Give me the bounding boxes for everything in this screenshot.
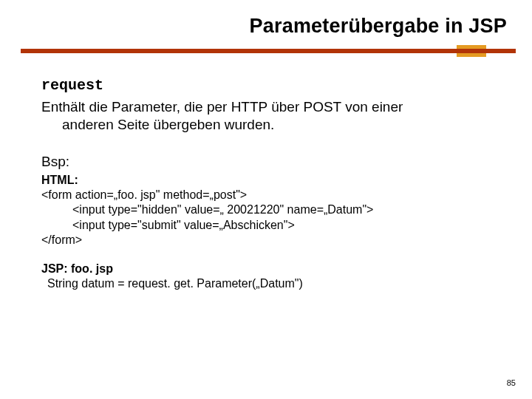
rule-line [21,49,516,53]
slide: Parameterübergabe in JSP request Enthält… [0,0,532,399]
html-code-line-3: <input type="submit" value=„Abschicken"> [41,218,491,233]
description-line1: Enthält die Parameter, die per HTTP über… [41,98,491,116]
spacer [41,134,491,153]
slide-body: request Enthält die Parameter, die per H… [0,57,532,292]
html-code-line-4: </form> [41,233,491,248]
jsp-label: JSP: foo. jsp [41,262,113,275]
jsp-code-line: String datum = request. get. Parameter(„… [41,276,491,291]
html-label: HTML: [41,174,78,186]
example-label: Bsp: [41,153,491,171]
description-line2: anderen Seite übergeben wurden. [41,116,491,134]
jsp-code-block: JSP: foo. jsp String datum = request. ge… [41,262,491,292]
title-area: Parameterübergabe in JSP [0,0,532,38]
html-code-line-2: <input type="hidden" value=„ 20021220" n… [41,202,491,217]
spacer [41,248,491,259]
keyword-request: request [41,76,491,95]
html-code-line-1: <form action=„foo. jsp" method=„post"> [41,188,491,202]
html-code-block: HTML: <form action=„foo. jsp" method=„po… [41,173,491,248]
slide-title: Parameterübergabe in JSP [21,15,511,38]
page-number: 85 [507,378,516,387]
description: Enthält die Parameter, die per HTTP über… [41,98,491,134]
title-rule [0,47,532,57]
